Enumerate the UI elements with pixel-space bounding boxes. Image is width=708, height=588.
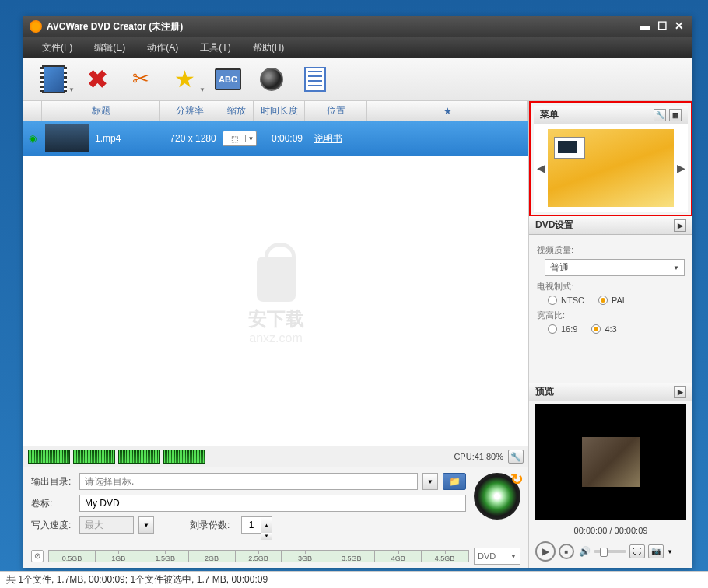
menubar: 文件(F) 编辑(E) 动作(A) 工具(T) 帮助(H) — [23, 37, 692, 58]
output-dir-dropdown[interactable]: ▼ — [422, 473, 438, 490]
spin-up[interactable]: ▲ — [261, 517, 272, 533]
settings-button[interactable]: 🔧 — [508, 450, 524, 464]
file-list-area[interactable]: 安下载 anxz.com — [23, 156, 528, 446]
spin-down[interactable]: ▼ — [261, 533, 272, 540]
fullscreen-button[interactable]: ⛶ — [629, 544, 645, 558]
star-icon: ★ — [174, 65, 195, 93]
col-position[interactable]: 位置 — [305, 101, 367, 121]
scale-dropdown[interactable]: ⬚▼ — [223, 131, 257, 146]
ruler-seg: 3.5GB — [328, 551, 375, 562]
settings-expand-button[interactable]: ▶ — [674, 219, 686, 232]
waveform-bar: CPU:41.80% 🔧 — [23, 446, 528, 467]
radio-169[interactable]: 16:9 — [548, 324, 577, 334]
snapshot-button[interactable]: 📷 — [648, 544, 664, 558]
menu-action[interactable]: 动作(A) — [136, 41, 189, 54]
manual-link[interactable]: 说明书 — [314, 132, 342, 145]
lock-icon — [257, 257, 296, 302]
ruler-seg: 1GB — [96, 551, 142, 562]
next-template-button[interactable]: ▶ — [674, 162, 688, 174]
subtitle-button[interactable]: ABC — [213, 64, 243, 95]
preview-expand-button[interactable]: ▶ — [674, 386, 686, 398]
maximize-button[interactable]: ☐ — [655, 21, 669, 32]
browse-button[interactable]: 📁 — [443, 473, 466, 490]
disc-type-select[interactable]: DVD▼ — [474, 548, 520, 565]
quality-select[interactable]: 普通▼ — [545, 259, 685, 276]
menu-tools[interactable]: 工具(T) — [189, 41, 241, 54]
player-controls: ▶ ■ 🔊 ⛶ 📷 ▼ — [529, 538, 692, 568]
menu-help[interactable]: 帮助(H) — [242, 41, 296, 54]
copies-spinner[interactable]: 1 ▲▼ — [241, 516, 272, 534]
quality-label: 视频质量: — [537, 244, 685, 256]
dvd-settings-header: DVD设置 ▶ — [529, 216, 692, 235]
snapshot-caret[interactable]: ▼ — [667, 548, 673, 555]
left-pane: 标题 分辨率 缩放 时间长度 位置 ★ ◉ 1.mp4 720 x 1280 ⬚… — [23, 101, 529, 568]
radio-icon — [548, 296, 557, 305]
time-display: 00:00:00 / 00:00:09 — [529, 523, 692, 538]
output-fields: 输出目录: ▼ 📁 卷标: 写入速度: ▼ — [31, 473, 466, 538]
volume-input[interactable] — [79, 495, 466, 512]
lens-icon — [260, 68, 283, 91]
menu-edit[interactable]: 编辑(E) — [83, 41, 136, 54]
status-text: 共 1个文件, 1.7MB, 00:00:09; 1个文件被选中, 1.7 MB… — [6, 573, 268, 586]
burn-button[interactable] — [257, 64, 286, 95]
cpu-info: CPU:41.80% 🔧 — [454, 450, 524, 464]
aspect-label: 宽高比: — [537, 310, 685, 321]
menu-edit-button[interactable]: 🔧 — [654, 109, 666, 121]
menu-thumb-inner — [554, 137, 585, 159]
delete-button[interactable]: ✖ — [82, 64, 112, 95]
list-icon — [304, 67, 326, 92]
speed-label: 写入速度: — [31, 519, 75, 532]
speed-dropdown[interactable]: ▼ — [138, 516, 154, 534]
caret-icon: ▼ — [68, 86, 75, 93]
clear-size-button[interactable]: ⊘ — [31, 550, 44, 562]
menu-panel-header: 菜单 🔧 ▦ — [534, 106, 688, 124]
speed-input — [79, 516, 134, 534]
column-headers: 标题 分辨率 缩放 时间长度 位置 ★ — [23, 101, 528, 121]
radio-icon — [548, 324, 557, 334]
prev-template-button[interactable]: ◀ — [534, 162, 548, 174]
ruler-seg: 4.5GB — [422, 551, 468, 562]
output-dir-input[interactable] — [79, 473, 418, 490]
window-controls: ▬ ☐ ✕ — [638, 21, 686, 32]
menu-file[interactable]: 文件(F) — [31, 41, 83, 54]
menu-template-button[interactable]: ▦ — [669, 109, 682, 121]
statusbar: 共 1个文件, 1.7MB, 00:00:09; 1个文件被选中, 1.7 MB… — [0, 571, 708, 588]
play-button[interactable]: ▶ — [535, 541, 556, 562]
stop-button[interactable]: ■ — [559, 544, 574, 559]
ruler-seg: 4GB — [375, 551, 422, 562]
close-button[interactable]: ✕ — [672, 21, 686, 32]
toolbar: ▼ ✖ ✂ ★▼ ABC — [23, 58, 692, 101]
video-thumbnail — [45, 124, 89, 152]
col-scale[interactable]: 缩放 — [219, 101, 254, 121]
radio-43[interactable]: 4:3 — [591, 324, 616, 334]
radio-pal[interactable]: PAL — [598, 296, 627, 305]
menu-template-thumb[interactable] — [548, 129, 674, 207]
col-title[interactable]: 标题 — [42, 101, 160, 121]
ruler-seg: 1.5GB — [142, 551, 189, 562]
menu-section-highlight: 菜单 🔧 ▦ ◀ ▶ — [529, 101, 692, 216]
cut-button[interactable]: ✂ — [126, 64, 156, 95]
menu-preview: ◀ ▶ — [534, 124, 688, 212]
list-button[interactable] — [300, 64, 330, 95]
col-duration[interactable]: 时间长度 — [254, 101, 305, 121]
check-icon[interactable]: ◉ — [23, 133, 42, 144]
right-pane: 菜单 🔧 ▦ ◀ ▶ DVD设置 ▶ — [529, 101, 692, 568]
col-star[interactable]: ★ — [367, 101, 528, 121]
start-burn-button[interactable] — [474, 473, 520, 520]
volume-slider[interactable] — [594, 550, 626, 553]
dvd-settings: 视频质量: 普通▼ 电视制式: NTSC PAL 宽高比: 16:9 4:3 — [529, 235, 692, 338]
watermark: 安下载 anxz.com — [248, 257, 304, 345]
add-video-button[interactable]: ▼ — [39, 64, 68, 95]
col-resolution[interactable]: 分辨率 — [160, 101, 219, 121]
file-resolution: 720 x 1280 — [163, 133, 223, 144]
radio-ntsc[interactable]: NTSC — [548, 296, 584, 305]
minimize-button[interactable]: ▬ — [638, 21, 652, 32]
ruler-seg: 2.5GB — [236, 551, 282, 562]
size-bar: ⊘ 0.5GB 1GB 1.5GB 2GB 2.5GB 3GB 3.5GB 4G… — [23, 544, 528, 568]
chevron-down-icon: ▼ — [673, 264, 679, 271]
file-row[interactable]: ◉ 1.mp4 720 x 1280 ⬚▼ 0:00:09 说明书 — [23, 121, 528, 156]
waveform-2 — [73, 450, 115, 464]
effects-button[interactable]: ★▼ — [170, 64, 199, 95]
volume-icon[interactable]: 🔊 — [579, 546, 591, 557]
col-check[interactable] — [23, 101, 42, 121]
